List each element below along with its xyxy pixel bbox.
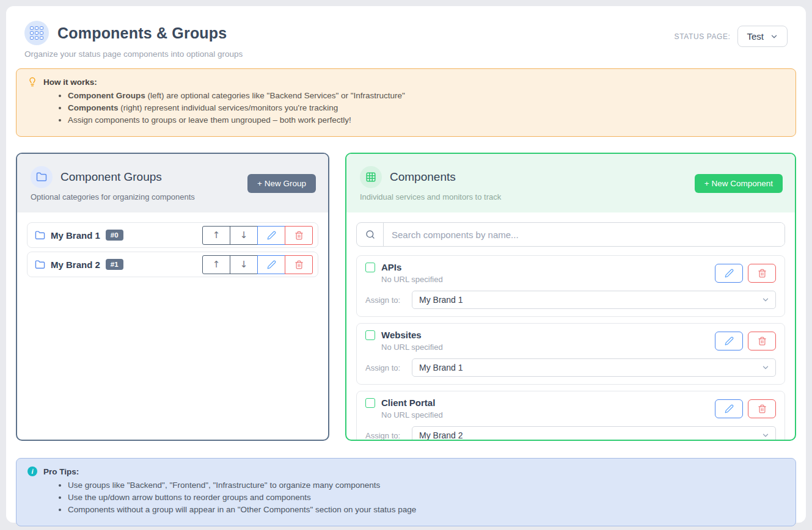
move-down-button[interactable]: ↓ <box>230 226 258 245</box>
component-name: Websites <box>381 330 422 340</box>
folder-icon <box>35 230 45 241</box>
edit-group-button[interactable] <box>257 255 285 274</box>
component-card: Client Portal No URL specified <box>356 391 785 440</box>
groups-list: My Brand 1 #0 ↑ ↓ <box>17 212 328 440</box>
edit-component-button[interactable] <box>715 399 743 418</box>
component-url-note: No URL specified <box>381 343 443 352</box>
header-left: Components & Groups Organize your status… <box>24 21 243 59</box>
pro-tips-list: Use groups like "Backend", "Frontend", "… <box>27 481 785 514</box>
how-it-works-box: How it works: Component Groups (left) ar… <box>16 68 796 137</box>
how-it-works-item: Assign components to groups or leave the… <box>68 115 785 125</box>
groups-panel-header: Component Groups Optional categories for… <box>17 154 328 212</box>
components-panel-title: Components <box>390 170 456 184</box>
main-card: Components & Groups Organize your status… <box>6 6 806 523</box>
group-order-badge: #1 <box>106 259 123 270</box>
delete-group-button[interactable] <box>285 255 313 274</box>
group-name: My Brand 1 <box>51 230 100 241</box>
assign-group-select[interactable]: My Brand 2 <box>412 426 776 440</box>
chevron-down-icon <box>770 32 778 41</box>
how-it-works-list: Component Groups (left) are optional cat… <box>27 91 785 125</box>
delete-component-button[interactable] <box>748 399 776 418</box>
panels-row: Component Groups Optional categories for… <box>16 153 796 441</box>
components-panel-subtitle: Individual services and monitors to trac… <box>360 192 783 201</box>
move-up-button[interactable]: ↑ <box>202 255 230 274</box>
pro-tip-item: Use the up/down arrow buttons to reorder… <box>68 493 785 502</box>
move-down-button[interactable]: ↓ <box>230 255 258 274</box>
new-component-button[interactable]: + New Component <box>695 174 783 193</box>
component-url-note: No URL specified <box>381 410 443 419</box>
delete-component-button[interactable] <box>748 332 776 350</box>
component-name: Client Portal <box>381 398 435 408</box>
search-icon <box>357 223 384 246</box>
pro-tips-title: Pro Tips: <box>43 467 79 476</box>
edit-component-button[interactable] <box>715 332 743 350</box>
edit-group-button[interactable] <box>257 226 285 245</box>
edit-component-button[interactable] <box>715 264 743 283</box>
components-panel-header: Components Individual services and monit… <box>346 154 795 212</box>
page-header: Components & Groups Organize your status… <box>16 21 796 59</box>
delete-group-button[interactable] <box>285 226 313 245</box>
component-card: Websites No URL specified <box>356 323 785 385</box>
components-panel: Components Individual services and monit… <box>345 153 796 441</box>
group-row: My Brand 2 #1 ↑ ↓ <box>27 252 318 277</box>
status-page-label: STATUS PAGE: <box>675 32 731 41</box>
component-status-box <box>365 398 375 408</box>
component-status-box <box>365 263 375 272</box>
status-page-control: STATUS PAGE: Test <box>675 26 788 47</box>
group-name: My Brand 2 <box>51 260 100 270</box>
info-icon: i <box>27 466 37 476</box>
move-up-button[interactable]: ↑ <box>202 226 230 245</box>
pro-tip-item: Use groups like "Backend", "Frontend", "… <box>68 481 785 490</box>
component-card: APIs No URL specified <box>356 255 785 317</box>
status-page-select[interactable]: Test <box>737 26 788 47</box>
assign-group-select[interactable]: My Brand 1 <box>412 358 776 377</box>
how-it-works-item: Component Groups (left) are optional cat… <box>68 91 785 100</box>
folder-icon <box>31 166 53 188</box>
how-it-works-title: How it works: <box>43 78 97 87</box>
page-title: Components & Groups <box>57 24 227 42</box>
table-grid-icon <box>360 166 382 188</box>
assign-group-select[interactable]: My Brand 1 <box>412 291 776 309</box>
how-it-works-item: Components (right) represent individual … <box>68 103 785 112</box>
assign-to-label: Assign to: <box>365 363 404 372</box>
component-url-note: No URL specified <box>381 275 443 284</box>
folder-icon <box>35 260 45 270</box>
groups-panel-title: Component Groups <box>60 170 162 184</box>
status-page-value: Test <box>747 31 764 42</box>
components-grid-icon <box>24 21 49 45</box>
component-status-box <box>365 330 375 340</box>
pro-tip-item: Components without a group will appear i… <box>68 505 785 514</box>
assign-to-label: Assign to: <box>365 296 404 305</box>
assign-to-label: Assign to: <box>365 431 404 440</box>
components-list: APIs No URL specified <box>346 212 795 440</box>
search-input[interactable] <box>384 223 785 246</box>
component-search <box>356 222 785 247</box>
component-groups-panel: Component Groups Optional categories for… <box>16 153 329 441</box>
new-group-button[interactable]: + New Group <box>247 174 316 193</box>
group-row: My Brand 1 #0 ↑ ↓ <box>27 222 318 248</box>
component-name: APIs <box>381 262 401 272</box>
groups-panel-subtitle: Optional categories for organizing compo… <box>31 192 316 201</box>
group-order-badge: #0 <box>106 230 123 241</box>
lightbulb-icon <box>27 77 37 87</box>
delete-component-button[interactable] <box>748 264 776 283</box>
page-subtitle: Organize your status page components int… <box>24 49 243 59</box>
pro-tips-box: i Pro Tips: Use groups like "Backend", "… <box>16 458 796 526</box>
